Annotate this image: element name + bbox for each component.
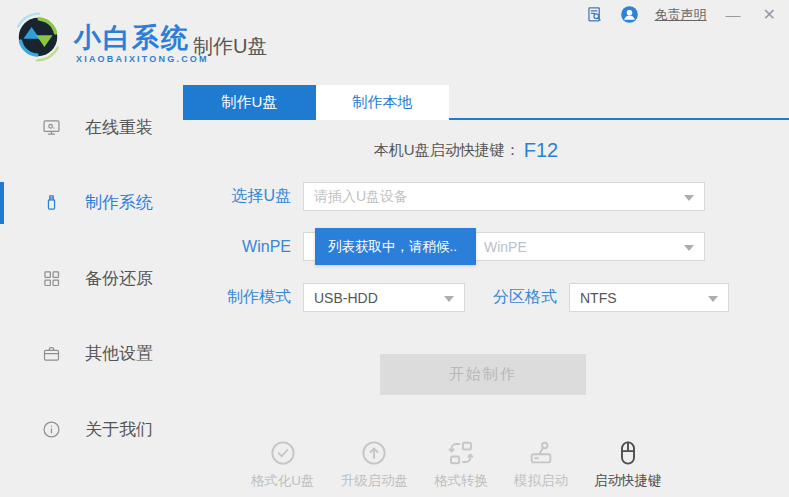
- arrow-up-circle-icon: [359, 438, 389, 468]
- usb-select-dropdown[interactable]: 请插入U盘设备: [303, 182, 705, 211]
- disclaimer-link[interactable]: 免责声明: [655, 6, 707, 24]
- page-title: 制作U盘: [193, 33, 267, 60]
- mode-value: USB-HDD: [314, 290, 378, 306]
- tool-label: 升级启动盘: [340, 472, 408, 490]
- chevron-down-icon: [708, 296, 718, 302]
- brand-domain: XIAOBAIXITONG.COM: [76, 54, 209, 64]
- check-circle-icon: [268, 438, 298, 468]
- joystick-icon: [526, 438, 556, 468]
- sidebar-item-other-settings[interactable]: 其他设置: [0, 326, 183, 382]
- tool-label: 格式转换: [434, 472, 488, 490]
- sidebar-item-make-system[interactable]: 制作系统: [0, 175, 183, 231]
- start-make-button[interactable]: 开始制作: [380, 354, 586, 395]
- close-button[interactable]: ✕: [760, 5, 779, 24]
- convert-icon: [446, 438, 476, 468]
- sidebar: 在线重装 制作系统 备份还原 其他设置 关于我们: [0, 85, 183, 497]
- sidebar-item-online-reinstall[interactable]: 在线重装: [0, 99, 183, 155]
- partition-dropdown[interactable]: NTFS: [569, 283, 729, 312]
- tool-boot-hotkey[interactable]: 启动快捷键: [594, 438, 662, 490]
- mouse-icon: [613, 438, 643, 468]
- chevron-down-icon: [684, 195, 694, 201]
- tool-simulate-boot[interactable]: 模拟启动: [514, 438, 568, 490]
- main-content: 制作U盘 制作本地 本机U盘启动快捷键： F12 选择U盘 请插入U盘设备 Wi…: [183, 85, 789, 497]
- mode-dropdown[interactable]: USB-HDD: [303, 283, 465, 312]
- tab-make-usb[interactable]: 制作U盘: [183, 85, 316, 120]
- tool-label: 模拟启动: [514, 472, 568, 490]
- chevron-down-icon: [684, 245, 694, 251]
- tool-upgrade-boot-disk[interactable]: 升级启动盘: [340, 438, 408, 490]
- mode-row: 制作模式 USB-HDD 分区格式 NTFS: [183, 283, 729, 312]
- partition-label: 分区格式: [465, 287, 569, 308]
- boot-hotkey-label: 本机U盘启动快捷键：: [374, 141, 520, 160]
- usb-select-placeholder: 请插入U盘设备: [314, 188, 408, 206]
- boot-hotkey-value: F12: [524, 139, 558, 162]
- customer-service-icon[interactable]: [620, 5, 639, 24]
- sidebar-item-label: 制作系统: [85, 191, 153, 214]
- tool-format-convert[interactable]: 格式转换: [434, 438, 488, 490]
- sidebar-item-backup-restore[interactable]: 备份还原: [0, 250, 183, 306]
- tool-label: 启动快捷键: [594, 472, 662, 490]
- partition-value: NTFS: [580, 290, 617, 306]
- sidebar-item-label: 其他设置: [85, 342, 153, 365]
- winpe-select-label: WinPE: [183, 238, 303, 256]
- minimize-button[interactable]: —: [723, 5, 744, 24]
- loading-tooltip: 列表获取中，请稍候..: [315, 228, 476, 265]
- chevron-down-icon: [444, 296, 454, 302]
- winpe-select-row: WinPE WinPE 列表获取中，请稍候..: [183, 232, 705, 261]
- mode-label: 制作模式: [183, 287, 303, 308]
- tab-bar: 制作U盘 制作本地: [183, 85, 789, 120]
- sidebar-item-label: 在线重装: [85, 116, 153, 139]
- document-search-icon[interactable]: [585, 5, 604, 24]
- sidebar-item-label: 备份还原: [85, 267, 153, 290]
- usb-select-label: 选择U盘: [183, 186, 303, 207]
- info-icon: [41, 419, 62, 440]
- usb-drive-icon: [41, 192, 62, 213]
- tab-make-local[interactable]: 制作本地: [316, 85, 449, 120]
- footer-toolbar: 格式化U盘 升级启动盘 格式转换 模拟启动 启动快捷键: [123, 438, 789, 490]
- tool-format-usb[interactable]: 格式化U盘: [251, 438, 315, 490]
- tool-label: 格式化U盘: [251, 472, 315, 490]
- usb-select-row: 选择U盘 请插入U盘设备: [183, 182, 705, 211]
- boot-hotkey-row: 本机U盘启动快捷键： F12: [183, 137, 749, 163]
- briefcase-icon: [41, 343, 62, 364]
- monitor-icon: [41, 117, 62, 138]
- titlebar: 免责声明 — ✕: [0, 0, 789, 28]
- grid-icon: [41, 268, 62, 289]
